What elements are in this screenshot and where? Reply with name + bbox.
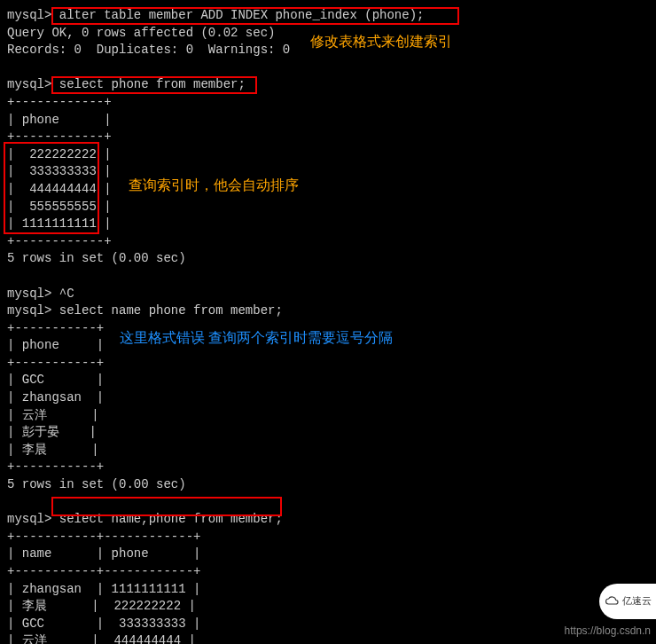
sql-command-1: alter table member ADD INDEX phone_index… [59,8,425,22]
csdn-watermark: https://blog.csdn.n [565,624,651,639]
table-row: | 李晨 | 222222222 | [7,598,649,616]
table-border: +------------+ [7,94,649,112]
table-row: | 1111111111 | [7,216,649,233]
table-row: | 云洋 | 444444444 | [7,632,649,644]
cloud-icon [605,595,621,608]
table-border: +------------+ [7,233,649,251]
table-row: | 李晨 | [7,442,649,459]
table-row: | 444444444 | [7,181,649,199]
table-border: +------------+ [7,129,649,146]
table-border: +-----------+ [7,459,649,476]
table-footer: 5 rows in set (0.00 sec) [7,250,649,268]
table-row: | 彭于晏 | [7,424,649,442]
table-row: | 555555555 | [7,199,649,216]
table-row: | zhangsan | 1111111111 | [7,581,649,599]
table-row: | 222222222 | [7,146,649,164]
annotation-format-error: 这里格式错误 查询两个索引时需要逗号分隔 [120,328,393,348]
terminal-line: mysql> select name,phone from member; [7,511,649,529]
ctrl-c-line: mysql> ^C [7,286,649,303]
mysql-prompt: mysql> [7,512,59,526]
terminal-line: mysql> select phone from member; [7,76,649,94]
sql-command-3: select name phone from member; [59,303,283,318]
table-border: +-----------+ [7,355,649,373]
mysql-prompt: mysql> [7,77,59,91]
logo-text: 亿速云 [622,594,652,608]
table-header: | name | phone | [7,546,649,563]
terminal-line: mysql> select name phone from member; [7,302,649,320]
table-row: | 云洋 | [7,407,649,425]
table-row: | GCC | [7,372,649,389]
blank-line [7,59,649,77]
sql-command-4: select name,phone from member; [59,512,283,526]
table-header: | phone | [7,112,649,130]
table-border: +-----------+------------+ [7,529,649,546]
mysql-prompt: mysql> [7,8,59,22]
annotation-create-index: 修改表格式来创建索引 [310,32,452,51]
table-row: | GCC | 333333333 | [7,616,649,633]
mysql-prompt: mysql> [7,303,59,318]
sql-command-2: select phone from member; [59,77,246,91]
terminal-line: mysql> alter table member ADD INDEX phon… [7,7,649,25]
table-row: | 333333333 | [7,163,649,181]
annotation-auto-sort: 查询索引时，他会自动排序 [129,176,299,195]
blank-line [7,494,649,512]
blank-line [7,268,649,286]
table-row: | zhangsan | [7,389,649,407]
table-border: +-----------+------------+ [7,563,649,581]
table-footer: 5 rows in set (0.00 sec) [7,476,649,494]
yisu-logo: 亿速云 [599,584,656,619]
